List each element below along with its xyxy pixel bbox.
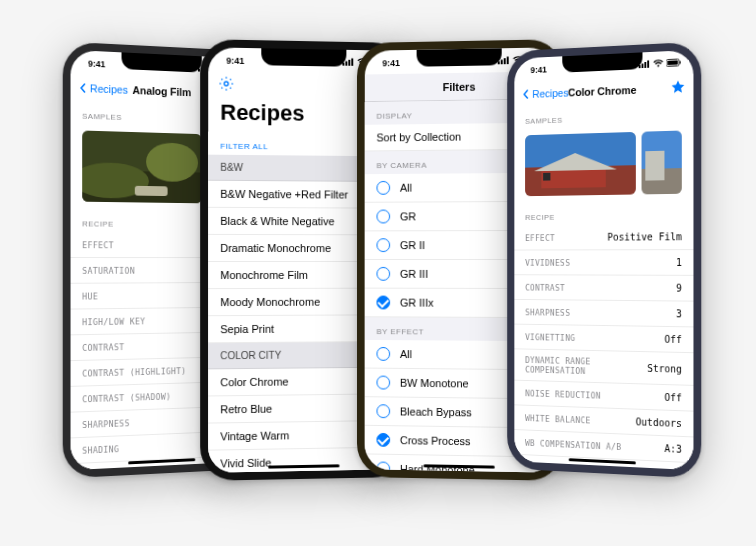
- recipe-key: HIGH/LOW KEY: [82, 316, 145, 327]
- radio-icon: [376, 404, 390, 418]
- recipe-key: VIGNETTING: [525, 332, 575, 343]
- svg-rect-15: [345, 61, 347, 65]
- recipe-key: CONTRAST: [525, 282, 565, 292]
- option-label: All: [400, 182, 412, 194]
- radio-icon: [376, 210, 390, 224]
- recipe-value: 3: [676, 308, 682, 319]
- svg-rect-11: [135, 186, 168, 196]
- recipe-key: HUE: [82, 291, 98, 301]
- recipe-key: SHARPNESS: [525, 307, 570, 317]
- radio-icon: [376, 181, 390, 195]
- svg-rect-34: [668, 60, 678, 65]
- settings-button[interactable]: [218, 76, 234, 96]
- radio-icon: [376, 238, 390, 252]
- notch: [122, 51, 202, 72]
- recipe-key: SHADING: [82, 444, 119, 455]
- recipe-row[interactable]: SHARPNESS3: [514, 300, 693, 328]
- svg-rect-23: [501, 60, 503, 65]
- recipe-value: Off: [664, 392, 681, 403]
- back-label: Recipes: [90, 82, 128, 95]
- back-button[interactable]: Recipes: [78, 81, 128, 95]
- recipe-key: NOISE REDUCTION: [525, 388, 601, 400]
- recipe-value: Strong: [647, 362, 682, 374]
- option-label: Bleach Bypass: [400, 406, 472, 419]
- svg-rect-16: [348, 60, 350, 66]
- radio-icon: [376, 296, 390, 310]
- recipe-key: CONTRAST (SHADOW): [82, 391, 171, 404]
- favorite-button[interactable]: [670, 78, 685, 96]
- recipe-key: CLARITY: [82, 469, 119, 470]
- recipe-row[interactable]: VIVIDNESS1: [514, 250, 693, 276]
- recipe-value: Off: [664, 334, 681, 345]
- svg-point-21: [224, 82, 228, 86]
- recipe-key: WB COMPENSATION G/M: [525, 462, 621, 470]
- svg-rect-30: [642, 64, 644, 68]
- svg-rect-32: [647, 60, 649, 67]
- recipe-key: EFFECT: [82, 240, 114, 250]
- recipe-value: 9: [676, 283, 682, 294]
- recipe-value: A:3: [664, 443, 681, 455]
- back-button[interactable]: Recipes: [522, 86, 569, 99]
- notch: [417, 47, 502, 66]
- recipe-key: DYNAMIC RANGE COMPENSATION: [525, 355, 647, 377]
- recipe-key: CONTRAST (HIGHLIGHT): [82, 366, 186, 379]
- option-label: BW Monotone: [400, 377, 469, 390]
- recipe-value: Positive Film: [607, 231, 681, 242]
- sort-label: Sort by Collection: [376, 131, 461, 144]
- recipe-key: WHITE BALANCE: [525, 413, 590, 425]
- recipe-value: G:5: [664, 469, 681, 470]
- recipe-key: WB COMPENSATION A/B: [525, 438, 621, 452]
- status-time: 9:41: [226, 56, 244, 66]
- radio-icon: [376, 376, 390, 390]
- recipe-header: RECIPE: [514, 202, 693, 226]
- wifi-icon: [653, 59, 664, 69]
- svg-rect-25: [507, 57, 509, 65]
- recipe-key: SHARPNESS: [82, 418, 130, 430]
- option-label: All: [400, 348, 412, 360]
- svg-rect-17: [351, 58, 353, 65]
- phone-color-chrome: 9:41 Recipes Color Chrome SAMPLES: [507, 42, 701, 479]
- option-label: Cross Process: [400, 434, 470, 447]
- radio-icon: [376, 347, 390, 361]
- status-time: 9:41: [531, 65, 547, 75]
- battery-icon: [666, 58, 681, 69]
- recipe-row[interactable]: DYNAMIC RANGE COMPENSATIONStrong: [514, 349, 693, 386]
- recipe-key: SATURATION: [82, 265, 135, 275]
- sample-thumb[interactable]: [642, 131, 682, 195]
- radio-icon: [376, 267, 390, 281]
- status-time: 9:41: [382, 58, 400, 68]
- radio-icon: [376, 462, 390, 473]
- option-label: GR IIIx: [400, 297, 434, 309]
- notch: [261, 47, 346, 66]
- recipe-key: EFFECT: [525, 233, 555, 243]
- recipe-value: 1: [676, 257, 682, 268]
- svg-rect-43: [645, 151, 664, 181]
- notch: [562, 51, 642, 72]
- recipe-key: VIVIDNESS: [525, 258, 570, 268]
- samples-strip[interactable]: [514, 124, 693, 204]
- svg-rect-24: [504, 58, 506, 64]
- svg-rect-35: [679, 61, 680, 64]
- recipe-value: Outdoors: [636, 416, 682, 429]
- option-label: GR III: [400, 268, 428, 280]
- svg-rect-39: [541, 170, 605, 189]
- recipe-row[interactable]: CONTRAST9: [514, 275, 693, 301]
- recipe-row[interactable]: EFFECTPositive Film: [514, 224, 693, 250]
- radio-icon: [376, 433, 390, 447]
- sample-thumb[interactable]: [525, 132, 636, 196]
- back-label: Recipes: [532, 86, 568, 99]
- option-label: GR: [400, 210, 416, 222]
- recipe-key: CONTRAST: [82, 342, 124, 353]
- svg-rect-40: [543, 173, 550, 181]
- svg-rect-31: [644, 62, 646, 68]
- option-label: GR II: [400, 239, 425, 251]
- sample-thumb[interactable]: [82, 131, 201, 204]
- status-time: 9:41: [88, 59, 105, 70]
